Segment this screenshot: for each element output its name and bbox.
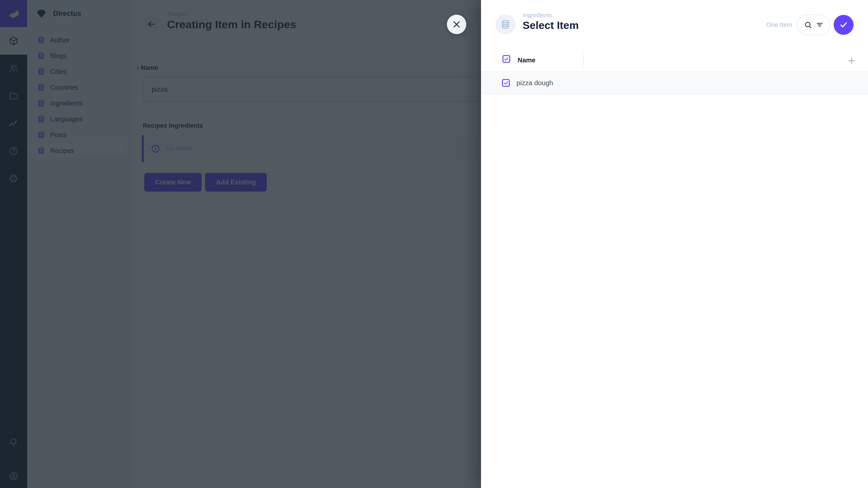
row-name-cell: pizza dough xyxy=(517,79,553,87)
search-icon[interactable] xyxy=(804,21,812,29)
drawer-close-button[interactable] xyxy=(447,15,466,34)
confirm-selection-button[interactable] xyxy=(834,15,854,35)
database-icon xyxy=(500,19,510,30)
row-checkbox[interactable] xyxy=(502,79,510,87)
close-icon xyxy=(452,19,462,30)
name-column-header[interactable]: Name xyxy=(518,57,535,64)
column-divider[interactable] xyxy=(583,54,584,66)
filter-icon[interactable] xyxy=(815,21,824,29)
table-row[interactable]: pizza dough xyxy=(481,71,868,95)
drawer-actions: One Item xyxy=(766,14,854,35)
plus-icon[interactable] xyxy=(847,56,856,66)
drawer-title: Select Item xyxy=(523,19,579,31)
collection-avatar xyxy=(495,14,515,34)
directus-app: ⚙ Directus Au xyxy=(0,0,868,488)
select-item-drawer: Ingredients Select Item One Item xyxy=(481,0,868,488)
drawer-collection-label: Ingredients xyxy=(523,12,552,19)
items-table-header: Name xyxy=(481,54,868,68)
search-filter-control[interactable] xyxy=(797,14,831,35)
check-icon xyxy=(839,20,848,30)
select-all-checkbox[interactable] xyxy=(502,55,510,63)
selection-count: One Item xyxy=(766,21,792,29)
